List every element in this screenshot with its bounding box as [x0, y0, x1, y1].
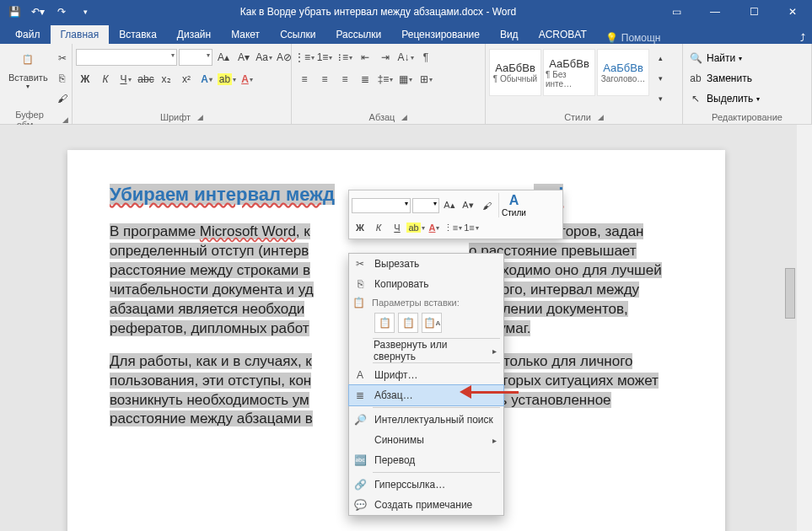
mini-numbering[interactable]: 1≡ [463, 219, 480, 236]
cm-synonyms[interactable]: Синонимы [349, 430, 503, 450]
tab-mailings[interactable]: Рассылки [325, 25, 391, 44]
tab-layout[interactable]: Макет [221, 25, 270, 44]
shrink-font-button[interactable]: A▾ [234, 48, 253, 67]
text-effects-button[interactable]: A [197, 70, 216, 88]
font-name-combo[interactable] [76, 49, 177, 66]
clear-formatting-button[interactable]: A⊘ [275, 48, 293, 67]
sort-button[interactable]: A↓ [396, 48, 415, 67]
italic-button[interactable]: К [96, 70, 115, 88]
align-left-button[interactable]: ≡ [295, 70, 314, 88]
paste-text-only[interactable]: 📋A [422, 313, 442, 333]
close-button[interactable]: ✕ [773, 0, 812, 24]
clipboard-launcher[interactable]: ◢ [62, 115, 68, 124]
ribbon-options-button[interactable]: ▭ [657, 0, 696, 24]
paste-button[interactable]: 📋 Вставить ▾ [3, 46, 53, 92]
replace-icon: ab [686, 69, 705, 88]
paste-keep-source[interactable]: 📋 [374, 313, 395, 333]
mini-underline[interactable]: Ч [389, 219, 406, 236]
tab-home[interactable]: Главная [51, 25, 110, 44]
multilevel-button[interactable]: ⫶≡ [336, 48, 354, 67]
styles-expand[interactable]: ▾ [651, 89, 669, 108]
style-heading1[interactable]: АаБбВвЗаголово… [597, 49, 649, 96]
mini-shrink-font[interactable]: A▾ [460, 197, 476, 214]
copy-icon: ⎘ [352, 278, 368, 290]
increase-indent-button[interactable]: ⇥ [376, 48, 395, 67]
highlight-button[interactable]: ab [218, 70, 236, 88]
tab-view[interactable]: Вид [490, 25, 529, 44]
shading-button[interactable]: ▦ [396, 70, 415, 88]
grow-font-button[interactable]: A▴ [214, 48, 233, 67]
tab-review[interactable]: Рецензирование [391, 25, 490, 44]
maximize-button[interactable]: ☐ [734, 0, 773, 24]
scrollbar-thumb[interactable] [785, 268, 795, 319]
borders-button[interactable]: ⊞ [417, 70, 435, 88]
tell-me-search[interactable]: 💡 Помощн [605, 32, 661, 44]
window-title: Как в Ворде убрать интервал между абзаца… [99, 6, 657, 18]
mini-styles-button[interactable]: A Стили [498, 193, 529, 217]
styles-scroll-up[interactable]: ▴ [651, 49, 669, 67]
annotation-arrow [460, 384, 519, 400]
cm-cut[interactable]: ✂Вырезать [349, 254, 503, 274]
line-spacing-button[interactable]: ‡≡ [376, 70, 395, 88]
tab-references[interactable]: Ссылки [270, 25, 325, 44]
mini-bold[interactable]: Ж [352, 219, 368, 236]
mini-grow-font[interactable]: A▴ [441, 197, 458, 214]
strikethrough-button[interactable]: abc [137, 70, 155, 88]
font-color-button[interactable]: A [238, 70, 256, 88]
format-painter-button[interactable]: 🖌 [53, 89, 72, 108]
bullets-button[interactable]: ⋮≡ [295, 48, 314, 67]
cm-expand-collapse[interactable]: Развернуть или свернуть [349, 341, 503, 361]
style-normal[interactable]: АаБбВв¶ Обычный [489, 49, 541, 96]
group-font: A▴ A▾ Aa A⊘ Ж К Ч abc x₂ x² A ab A Шрифт… [73, 44, 292, 124]
style-no-spacing[interactable]: АаБбВв¶ Без инте… [543, 49, 595, 96]
mini-font-color[interactable]: A [426, 219, 443, 236]
justify-button[interactable]: ≣ [356, 70, 374, 88]
align-center-button[interactable]: ≡ [315, 70, 334, 88]
share-button[interactable]: ⤴ [800, 32, 805, 44]
copy-button[interactable]: ⎘ [53, 69, 72, 88]
paste-merge[interactable]: 📋 [398, 313, 418, 333]
replace-button[interactable]: abЗаменить [686, 69, 752, 88]
cm-hyperlink[interactable]: 🔗Гиперссылка… [349, 475, 503, 495]
cm-translate[interactable]: 🔤Перевод [349, 450, 503, 470]
show-marks-button[interactable]: ¶ [417, 48, 435, 67]
styles-launcher[interactable]: ◢ [598, 113, 604, 121]
cm-smart-lookup[interactable]: 🔎Интеллектуальный поиск [349, 410, 503, 430]
scissors-icon: ✂ [352, 258, 368, 270]
search-icon: 🔍 [686, 49, 705, 67]
cm-font[interactable]: AШрифт… [349, 365, 503, 385]
align-right-button[interactable]: ≡ [336, 70, 354, 88]
mini-format-painter[interactable]: 🖌 [478, 197, 495, 214]
decrease-indent-button[interactable]: ⇤ [356, 48, 374, 67]
mini-size-combo[interactable] [412, 198, 439, 213]
save-button[interactable]: 💾 [5, 3, 24, 21]
tab-design[interactable]: Дизайн [167, 25, 221, 44]
qat-customize[interactable]: ▾ [76, 3, 94, 21]
change-case-button[interactable]: Aa [255, 48, 273, 67]
mini-font-combo[interactable] [352, 198, 411, 213]
mini-italic[interactable]: К [370, 219, 387, 236]
tab-insert[interactable]: Вставка [109, 25, 167, 44]
cm-copy[interactable]: ⎘Копировать [349, 274, 503, 294]
mini-highlight[interactable]: ab [407, 219, 424, 236]
styles-scroll-down[interactable]: ▾ [651, 69, 669, 88]
redo-button[interactable]: ↷ [52, 3, 71, 21]
bold-button[interactable]: Ж [76, 70, 94, 88]
tab-acrobat[interactable]: ACROBAT [529, 25, 597, 44]
select-button[interactable]: ↖Выделить▾ [686, 89, 760, 108]
paragraph-launcher[interactable]: ◢ [401, 113, 407, 121]
superscript-button[interactable]: x² [177, 70, 196, 88]
cut-button[interactable]: ✂ [53, 49, 72, 67]
window-controls: ▭ — ☐ ✕ [657, 0, 812, 24]
cm-new-comment[interactable]: 💬Создать примечание [349, 495, 503, 515]
font-launcher[interactable]: ◢ [197, 113, 203, 121]
tab-file[interactable]: Файл [5, 25, 51, 44]
minimize-button[interactable]: — [696, 0, 734, 24]
mini-bullets[interactable]: ⋮≡ [444, 219, 461, 236]
underline-button[interactable]: Ч [116, 70, 135, 88]
undo-button[interactable]: ↶▾ [29, 3, 47, 21]
font-size-combo[interactable] [179, 49, 212, 66]
find-button[interactable]: 🔍Найти▾ [686, 49, 742, 67]
numbering-button[interactable]: 1≡ [315, 48, 334, 67]
subscript-button[interactable]: x₂ [157, 70, 175, 88]
